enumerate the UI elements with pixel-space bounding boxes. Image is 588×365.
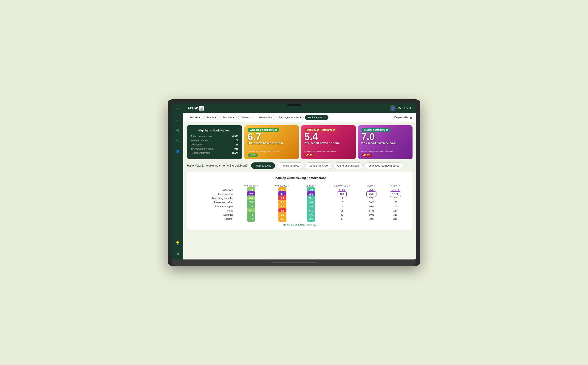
cell-actief: 80% xyxy=(360,204,383,209)
chevron-down-icon: ▾ xyxy=(252,116,253,119)
vitaliteit-score: 7.0 xyxy=(361,132,409,141)
table-row: Hoofdkantoor 7.2 4.5 4.5 100 75% 1.102 xyxy=(192,192,408,196)
sidebar: ⌂ ≡ ◷ ⚇ 👤 💡 ⚙ xyxy=(172,104,183,260)
tab-generatie-analyse[interactable]: Generatie analyse xyxy=(334,162,363,169)
row-label-filiaal: Filiaal managers xyxy=(192,204,236,209)
heatmap-col-actief[interactable]: Actief ▾ xyxy=(360,183,383,188)
row-label-logistiek: Logistiek xyxy=(192,213,236,217)
cell-vragen: 52 xyxy=(383,196,408,200)
section-tabs: Hallo Maartje, welke inzichten wil je be… xyxy=(187,162,413,169)
cell-actief: 80% xyxy=(360,200,383,204)
user-label[interactable]: Mijn Frank xyxy=(398,106,412,110)
cell-vragen: 150 xyxy=(383,200,408,204)
logo-text: Frank xyxy=(188,106,198,110)
heatmap-footer-link[interactable]: Bekijk de volledige heatmap xyxy=(192,223,408,226)
table-row: Facilitair 7.4 3.6 3.6 30 80% 310 xyxy=(192,217,408,221)
lightbulb-icon[interactable]: 💡 xyxy=(174,240,181,247)
heatmap-table: Werkgeluk ▾ Werkstress ▾ Vitaliteit ▾ Me… xyxy=(192,183,408,221)
cell-vragen: 100 xyxy=(383,204,408,209)
werkgeluk-score: 6.7 xyxy=(248,132,296,141)
cell-medewerkers: 10 xyxy=(324,200,360,204)
stat-row: Huidige selectie: 100 xyxy=(191,139,239,142)
cell-actief: 67% xyxy=(360,209,383,213)
section-greeting: Hallo Maartje, welke inzichten wil je be… xyxy=(187,164,247,167)
cell-vragen: 1.102 xyxy=(383,192,408,196)
org-label: Organisatie xyxy=(394,116,408,119)
filter-teams[interactable]: Teams ▾ xyxy=(204,115,219,120)
cell-medewerkers: 100 xyxy=(324,192,360,196)
cell-actief: 67% xyxy=(360,196,383,200)
cell-vragen: 310 xyxy=(383,217,408,221)
werkgeluk-change: +7.8% xyxy=(248,154,258,157)
row-label-hoofdkantoor[interactable]: Hoofdkantoor xyxy=(192,192,236,196)
row-label-marketing: Marketing en sales xyxy=(192,196,236,200)
tab-team-analyse[interactable]: Team analyse xyxy=(251,162,275,169)
heatmap-col-medewerkers[interactable]: Medewerkers ▾ xyxy=(324,183,360,188)
werkgeluk-dev-label: Ontwikkeling werkgeluk december: xyxy=(248,150,296,153)
report-icon[interactable]: ≡ xyxy=(174,116,181,123)
people-icon[interactable]: ⚇ xyxy=(174,137,181,144)
cell-medewerkers: 30 xyxy=(324,217,360,221)
clock-icon[interactable]: ◷ xyxy=(174,127,181,134)
row-label-organisatie: Organisatie xyxy=(192,188,236,192)
chevron-down-icon: ▾ xyxy=(271,116,272,119)
table-row: Inkoop 6.3 5.1 5.1 15 67% 160 xyxy=(192,209,408,213)
row-label-inkoop: Inkoop xyxy=(192,209,236,213)
cell-vitaliteit: 3.6 xyxy=(298,217,324,221)
werkstress-score: 5.4 xyxy=(304,132,352,141)
filter-hoofdkantoor-active[interactable]: Hoofdkantoor ✕ xyxy=(305,115,328,120)
werkstress-change: -11.3% xyxy=(304,154,315,157)
cell-medewerkers: 30 xyxy=(324,213,360,217)
filter-employee-journey[interactable]: Employee journey ▾ xyxy=(276,115,304,120)
stat-row: Beantwoorde vragen: 988 xyxy=(191,147,239,150)
chevron-down-icon: ▾ xyxy=(233,116,234,119)
tab-employee-journey-analyse[interactable]: Employee journey analyse xyxy=(364,162,403,169)
vitaliteit-change: -11.3% xyxy=(361,154,372,157)
row-label-personeelszaken: Personeelszaken xyxy=(192,200,236,204)
tab-gender-analyse[interactable]: Gender analyse xyxy=(305,162,332,169)
nav-user-area[interactable]: 👤 Mijn Frank xyxy=(390,105,412,111)
vitaliteit-subtitle: 25% scoort boven de norm xyxy=(361,141,409,145)
filter-generatie[interactable]: Generatie ▾ xyxy=(257,115,275,120)
table-row: Filiaal managers 7.8 3.8 3.8 13 80% 100 xyxy=(192,204,408,209)
org-settings-icon[interactable]: ⚌ xyxy=(410,116,413,119)
cell-vragen: 160 xyxy=(383,209,408,213)
heatmap-title: Heatmap werkbeleving hoofdkantoor xyxy=(192,176,408,180)
werkstress-subtitle: 25% scoort boven de norm xyxy=(304,141,352,145)
vitaliteit-card: Vitaliteit hoofdkantoor 7.0 25% scoort b… xyxy=(358,125,413,159)
filter-functies[interactable]: Functies ▾ xyxy=(220,115,237,120)
settings-icon[interactable]: ⚙ xyxy=(174,250,181,257)
tab-functie-analyse[interactable]: Functie analyse xyxy=(277,162,303,169)
user-avatar[interactable]: 👤 xyxy=(390,105,396,111)
highlights-title: Highlights Hoofdkantoor xyxy=(191,129,239,132)
close-icon[interactable]: ✕ xyxy=(324,116,326,119)
cell-vragen: 310 xyxy=(383,213,408,217)
stat-row: Representativiteit: 81.7% xyxy=(191,151,239,154)
werkstress-card: Werkstress Hoofdkantoor 5.4 25% scoort b… xyxy=(301,125,356,159)
werkgeluk-subtitle: 50% scoort boven de norm xyxy=(248,141,296,145)
home-icon[interactable]: ⌂ xyxy=(174,106,181,113)
cell-medewerkers: 13 xyxy=(324,204,360,209)
highlights-card: Highlights Hoofdkantoor Totaal medewerke… xyxy=(187,125,242,159)
heatmap-col-vragen[interactable]: Vragen ▾ xyxy=(383,183,408,188)
table-row: Personeelszaken 7.4 3.6 3.6 10 80% 150 xyxy=(192,200,408,204)
werkgeluk-card: Werkgeluk hoofdkantoor 6.7 50% scoort bo… xyxy=(244,125,299,159)
filter-bar: Periode ▾ Teams ▾ Functies ▾ Geslacht ▾ xyxy=(183,113,416,122)
werkstress-dev-label: Ontwikkeling werkstress december: xyxy=(304,150,352,153)
heatmap-container: Heatmap werkbeleving hoofdkantoor Werkge… xyxy=(187,172,413,230)
cell-werkstress: 3.6 xyxy=(266,217,298,221)
stat-row: Totaal medewerkers: 4.391 xyxy=(191,135,239,138)
filter-geslacht[interactable]: Geslacht ▾ xyxy=(238,115,255,120)
user-icon[interactable]: 👤 xyxy=(174,148,181,155)
stat-row: Deelnemers: 89 xyxy=(191,143,239,146)
cell-medewerkers: 11 xyxy=(324,196,360,200)
chevron-down-icon: ▾ xyxy=(215,116,216,119)
cell-actief: 80% xyxy=(360,213,383,217)
highlight-row: Highlights Hoofdkantoor Totaal medewerke… xyxy=(187,125,413,159)
cell-werkgeluk: 7.4 xyxy=(236,217,266,221)
content-area: Highlights Hoofdkantoor Totaal medewerke… xyxy=(183,122,416,260)
app-logo: Frank 📊 xyxy=(188,106,204,111)
filter-periode[interactable]: Periode ▾ xyxy=(187,115,203,120)
cell-actief: 80% xyxy=(360,217,383,221)
chevron-down-icon: ▾ xyxy=(300,116,301,119)
